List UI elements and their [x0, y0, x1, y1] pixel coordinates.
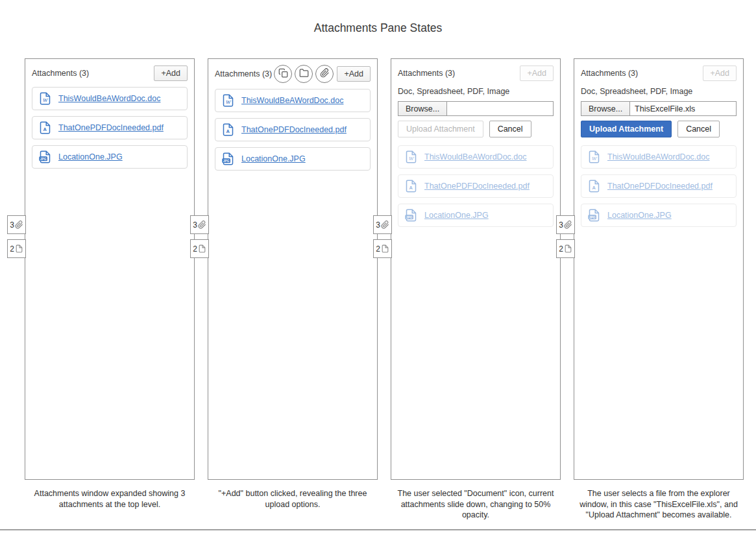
- page-title: Attachments Pane States: [0, 21, 756, 35]
- jpg-file-icon: JPG: [587, 208, 601, 222]
- attachments-pane: 3 2 Attachments (3) +Add w ThisWouldBeAW…: [25, 58, 195, 480]
- attachment-link[interactable]: LocationOne.JPG: [607, 211, 672, 220]
- allowed-file-types-label: Doc, Spreadsheet, PDF, Image: [398, 87, 554, 96]
- browse-button[interactable]: Browse...: [581, 101, 630, 116]
- attachments-count: 3: [193, 220, 197, 230]
- copy-icon: [278, 68, 288, 80]
- documents-count: 2: [559, 244, 563, 254]
- attachment-link[interactable]: ThisWouldBeAWordDoc.doc: [607, 152, 709, 161]
- attachment-link[interactable]: ThisWouldBeAWordDoc.doc: [58, 94, 160, 103]
- jpg-file-icon: JPG: [38, 150, 52, 164]
- attachment-item: A ThatOnePDFDocIneeded.pdf: [215, 118, 371, 141]
- paperclip-icon: [564, 220, 572, 229]
- attachment-item: JPG LocationOne.JPG: [398, 204, 554, 227]
- cancel-button[interactable]: Cancel: [489, 121, 531, 137]
- paperclip-icon: [320, 68, 330, 80]
- attachment-link[interactable]: ThisWouldBeAWordDoc.doc: [241, 96, 343, 105]
- side-tabs: 3 2: [373, 215, 392, 258]
- side-tabs: 3 2: [190, 215, 209, 258]
- documents-count: 2: [10, 244, 14, 254]
- pane-title: Attachments (3): [581, 69, 703, 78]
- attachment-link[interactable]: ThatOnePDFDocIneeded.pdf: [58, 123, 164, 132]
- attachment-link[interactable]: ThatOnePDFDocIneeded.pdf: [241, 125, 347, 134]
- svg-text:w: w: [225, 98, 231, 105]
- folder-icon: [299, 68, 309, 80]
- pane-state-2: 3 2 Attachments (3): [208, 58, 378, 521]
- documents-count-tab[interactable]: 2: [190, 239, 209, 258]
- pdf-file-icon: A: [221, 123, 235, 137]
- attachments-list-faded: w ThisWouldBeAWordDoc.doc A ThatOnePDFDo…: [581, 145, 737, 227]
- state-caption: "+Add" button clicked, revealing the thr…: [208, 488, 378, 510]
- pdf-file-icon: A: [38, 121, 52, 135]
- add-button[interactable]: +Add: [337, 66, 371, 82]
- documents-count-tab[interactable]: 2: [7, 239, 26, 258]
- pane-title: Attachments (3): [32, 69, 154, 78]
- attachments-list: w ThisWouldBeAWordDoc.doc A ThatOnePDFDo…: [32, 87, 188, 169]
- attachments-list: w ThisWouldBeAWordDoc.doc A ThatOnePDFDo…: [215, 89, 371, 171]
- state-caption: Attachments window expanded showing 3 at…: [25, 488, 195, 510]
- word-file-icon: w: [404, 150, 418, 164]
- attachments-count-tab[interactable]: 3: [7, 215, 26, 234]
- pdf-file-icon: A: [404, 179, 418, 193]
- document-icon: [15, 244, 23, 253]
- attachments-count-tab[interactable]: 3: [556, 215, 575, 234]
- document-upload-option-button[interactable]: [274, 65, 292, 83]
- pane-state-1: 3 2 Attachments (3) +Add w ThisWouldBeAW…: [25, 58, 195, 521]
- svg-text:A: A: [592, 185, 596, 191]
- attachments-count-tab[interactable]: 3: [190, 215, 209, 234]
- documents-count-tab[interactable]: 2: [556, 239, 575, 258]
- pane-header: Attachments (3) +Add: [581, 65, 737, 81]
- attachment-link[interactable]: LocationOne.JPG: [58, 152, 123, 161]
- attachment-link[interactable]: ThatOnePDFDocIneeded.pdf: [607, 182, 713, 191]
- page-bottom-divider: [0, 529, 756, 530]
- add-button-disabled: +Add: [520, 65, 554, 81]
- word-file-icon: w: [587, 150, 601, 164]
- allowed-file-types-label: Doc, Spreadsheet, PDF, Image: [581, 87, 737, 96]
- upload-attachment-button-disabled: Upload Attachment: [398, 121, 483, 137]
- documents-count-tab[interactable]: 2: [373, 239, 392, 258]
- svg-text:w: w: [408, 154, 414, 161]
- add-button[interactable]: +Add: [154, 65, 188, 81]
- upload-attachment-button[interactable]: Upload Attachment: [581, 121, 672, 137]
- pane-title: Attachments (3): [215, 69, 274, 78]
- attachment-item: A ThatOnePDFDocIneeded.pdf: [398, 174, 554, 198]
- side-tabs: 3 2: [556, 215, 575, 258]
- file-picker: Browse...: [581, 101, 737, 116]
- attachment-item: JPG LocationOne.JPG: [581, 204, 737, 227]
- attachment-item: w ThisWouldBeAWordDoc.doc: [398, 145, 554, 169]
- file-path-input[interactable]: [630, 101, 737, 116]
- attachment-link[interactable]: LocationOne.JPG: [241, 154, 306, 163]
- attachment-item: A ThatOnePDFDocIneeded.pdf: [32, 116, 188, 139]
- file-picker: Browse...: [398, 101, 554, 116]
- link-upload-option-button[interactable]: [315, 65, 334, 83]
- browse-button[interactable]: Browse...: [398, 101, 447, 116]
- attachment-link[interactable]: ThatOnePDFDocIneeded.pdf: [424, 182, 530, 191]
- attachment-link[interactable]: ThisWouldBeAWordDoc.doc: [424, 152, 526, 161]
- svg-text:A: A: [43, 126, 47, 132]
- pane-header: Attachments (3) +Add: [215, 65, 371, 83]
- cancel-button[interactable]: Cancel: [677, 121, 720, 137]
- pane-header: Attachments (3) +Add: [32, 65, 188, 81]
- attachment-link[interactable]: LocationOne.JPG: [424, 211, 489, 220]
- attachment-item: A ThatOnePDFDocIneeded.pdf: [581, 174, 737, 198]
- upload-options: [274, 65, 334, 83]
- attachments-count: 3: [10, 220, 14, 230]
- document-icon: [564, 244, 572, 253]
- documents-count: 2: [193, 244, 197, 254]
- pane-title: Attachments (3): [398, 69, 520, 78]
- pane-header: Attachments (3) +Add: [398, 65, 554, 81]
- folder-upload-option-button[interactable]: [295, 65, 313, 83]
- add-button-disabled: +Add: [703, 65, 737, 81]
- svg-text:w: w: [591, 154, 597, 161]
- jpg-file-icon: JPG: [221, 152, 235, 166]
- attachment-item: w ThisWouldBeAWordDoc.doc: [581, 145, 737, 169]
- word-file-icon: w: [38, 91, 52, 106]
- svg-text:JPG: JPG: [406, 216, 413, 219]
- svg-text:JPG: JPG: [40, 158, 47, 161]
- file-path-input[interactable]: [447, 101, 554, 116]
- paperclip-icon: [198, 220, 206, 229]
- attachments-pane: 3 2 Attachments (3) +Add Doc, Spreadshee…: [574, 58, 744, 480]
- upload-actions: Upload Attachment Cancel: [398, 121, 554, 137]
- attachments-count-tab[interactable]: 3: [373, 215, 392, 234]
- state-caption: The user selects a file from the explore…: [574, 488, 744, 521]
